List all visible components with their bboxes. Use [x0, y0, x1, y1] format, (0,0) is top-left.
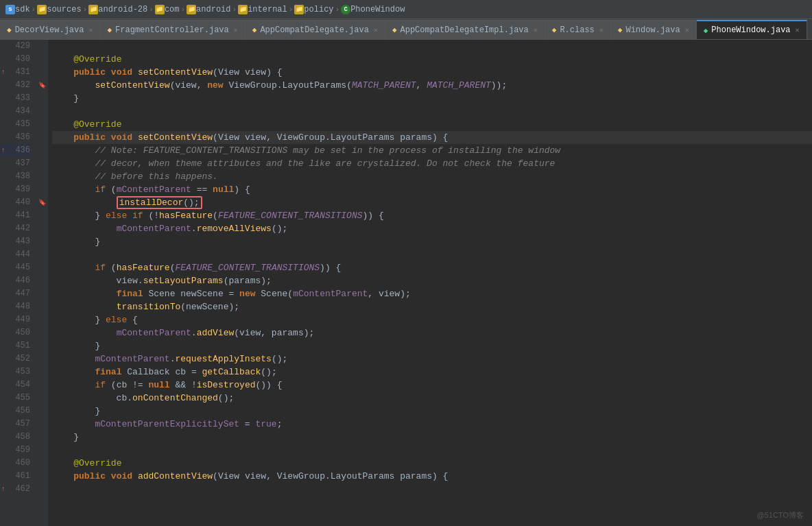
- line-456: 456: [0, 405, 30, 418]
- breadcrumb-phonewindow[interactable]: PhoneWindow: [350, 5, 405, 14]
- line-444: 444: [0, 248, 30, 261]
- gutter-455: [36, 392, 48, 405]
- tab-close-appcompatdelegateimpl[interactable]: ✕: [534, 26, 538, 34]
- line-445: 445: [0, 261, 30, 274]
- gutter-440: 🔖: [36, 196, 48, 209]
- tab-fragmentcontroller[interactable]: ◆ FragmentController.java ✕: [100, 20, 245, 39]
- gutter-460: [36, 457, 48, 470]
- gutter-442: [36, 222, 48, 235]
- com-icon: 📁: [155, 5, 165, 14]
- line-439: 439: [0, 183, 30, 196]
- line-437: 437: [0, 157, 30, 170]
- tab-rclass[interactable]: ◆ R.class ✕: [545, 20, 611, 39]
- gutter-453: [36, 366, 48, 379]
- line-447: 447: [0, 287, 30, 300]
- gutter-449: [36, 313, 48, 326]
- code-line-430: @Override: [52, 53, 812, 66]
- code-line-462: public void addContentView(View view, Vi…: [52, 470, 812, 483]
- tab-icon-window: ◆: [618, 25, 623, 34]
- gutter-443: [36, 235, 48, 248]
- line-451: 451: [0, 339, 30, 352]
- breadcrumb-android28[interactable]: android-28: [98, 5, 147, 14]
- bookmark-440[interactable]: 🔖: [38, 199, 46, 206]
- code-line-457: }: [52, 405, 812, 418]
- breadcrumb-android[interactable]: android: [196, 5, 230, 14]
- phonewindow-icon: C: [341, 5, 350, 14]
- tab-window[interactable]: ◆ Window.java ✕: [611, 20, 697, 39]
- line-454: 454: [0, 379, 30, 392]
- internal-icon: 📁: [238, 5, 248, 14]
- arrow-431: ↑: [1, 66, 5, 79]
- breadcrumb-bar: s sdk › 📁 sources › 📁 android-28 › 📁 com…: [0, 0, 812, 19]
- tab-decorview[interactable]: ◆ DecorView.java ✕: [0, 20, 100, 39]
- gutter-450: [36, 326, 48, 339]
- breadcrumb-sources[interactable]: sources: [47, 5, 81, 14]
- code-line-442: } else if (!hasFeature(FEATURE_CONTENT_T…: [52, 209, 812, 222]
- android28-icon: 📁: [88, 5, 98, 14]
- line-432: 432: [0, 79, 30, 92]
- code-line-431: public void setContentView(View view) {: [52, 66, 812, 79]
- tab-close-window[interactable]: ✕: [685, 26, 689, 34]
- tab-phonewindow[interactable]: ◆ PhoneWindow.java ✕: [697, 20, 807, 39]
- line-446: 446: [0, 274, 30, 287]
- gutter-462: [36, 483, 48, 496]
- code-line-450: } else {: [52, 313, 812, 326]
- gutter-441: [36, 209, 48, 222]
- gutter-444: [36, 248, 48, 261]
- line-441: 441: [0, 209, 30, 222]
- code-line-433: }: [52, 92, 812, 105]
- breadcrumb-com[interactable]: com: [165, 5, 180, 14]
- tab-icon-phonewindow: ◆: [704, 26, 708, 35]
- gutter-451: [36, 339, 48, 352]
- tab-close-rclass[interactable]: ✕: [599, 26, 604, 34]
- code-line-438: // decor, when theme attributes and the …: [52, 157, 812, 170]
- bookmark-432[interactable]: 🔖: [38, 82, 46, 89]
- line-461: 461: [0, 470, 30, 483]
- line-numbers: 429 430 ↑ 431 432 433 434 435 436 ↑ 436 …: [0, 40, 36, 526]
- code-line-449: transitionTo(newScene);: [52, 300, 812, 313]
- code-line-432: setContentView(view, new ViewGroup.Layou…: [52, 79, 812, 92]
- gutter-436b: [36, 144, 48, 157]
- gutter-433: [36, 92, 48, 105]
- tab-close-decorview[interactable]: ✕: [88, 26, 93, 34]
- line-442: 442: [0, 222, 30, 235]
- line-443: 443: [0, 235, 30, 248]
- gutter-432: 🔖: [36, 79, 48, 92]
- gutter-436a: [36, 131, 48, 144]
- arrow-436: ↑: [1, 144, 5, 157]
- breadcrumb-sdk[interactable]: sdk: [15, 5, 30, 14]
- line-438: 438: [0, 170, 30, 183]
- line-455: 455: [0, 392, 30, 405]
- gutter-458: [36, 431, 48, 444]
- line-436b: ↑ 436: [0, 144, 30, 157]
- code-line-451: mContentParent.addView(view, params);: [52, 326, 812, 339]
- tab-close-fragmentcontroller[interactable]: ✕: [234, 26, 238, 34]
- code-line-440: if (mContentParent == null) {: [52, 183, 812, 196]
- line-460: 460: [0, 457, 30, 470]
- breadcrumb-policy[interactable]: policy: [304, 5, 333, 14]
- arrow-462: ↑: [1, 483, 5, 496]
- code-line-454: final Callback cb = getCallback();: [52, 366, 812, 379]
- tab-icon-fragmentcontroller: ◆: [107, 25, 112, 34]
- code-line-437: // Note: FEATURE_CONTENT_TRANSITIONS may…: [52, 144, 812, 157]
- code-line-435: @Override: [52, 118, 812, 131]
- code-content: @Override public void setContentView(Vie…: [48, 40, 812, 526]
- code-line-434: [52, 105, 812, 118]
- tab-appcompatdelegate[interactable]: ◆ AppCompatDelegate.java ✕: [246, 20, 385, 39]
- line-449: 449: [0, 313, 30, 326]
- sources-icon: 📁: [37, 5, 47, 14]
- gutter-434: [36, 105, 48, 118]
- line-457: 457: [0, 418, 30, 431]
- gutter-429: [36, 40, 48, 53]
- gutter-437: [36, 157, 48, 170]
- tab-close-appcompatdelegate[interactable]: ✕: [374, 26, 378, 34]
- breadcrumb-internal[interactable]: internal: [248, 5, 287, 14]
- code-line-429: [52, 40, 812, 53]
- code-line-443: mContentParent.removeAllViews();: [52, 222, 812, 235]
- code-line-445: [52, 248, 812, 261]
- tab-close-phonewindow[interactable]: ✕: [796, 26, 800, 34]
- code-line-446: if (hasFeature(FEATURE_CONTENT_TRANSITIO…: [52, 261, 812, 274]
- tab-appcompatdelegateimpl[interactable]: ◆ AppCompatDelegateImpl.java ✕: [385, 20, 545, 39]
- watermark: @51CTO博客: [757, 510, 804, 521]
- code-line-459: }: [52, 431, 812, 444]
